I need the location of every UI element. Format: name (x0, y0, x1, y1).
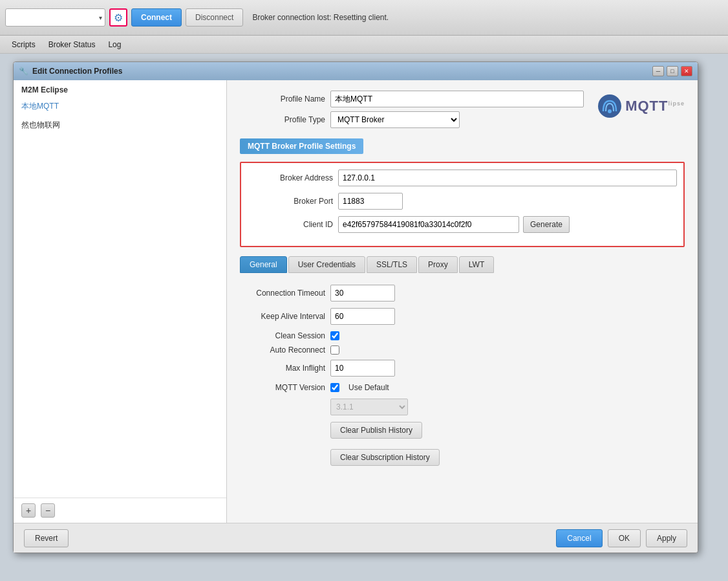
cancel-button[interactable]: Cancel (556, 529, 602, 547)
max-inflight-row: Max Inflight (240, 360, 685, 377)
broker-port-label: Broker Port (248, 197, 338, 206)
maximize-button[interactable]: □ (667, 66, 678, 76)
svg-point-0 (598, 94, 621, 118)
clear-publish-history-button[interactable]: Clear Publish History (330, 422, 422, 439)
add-profile-button[interactable]: + (21, 503, 36, 518)
dialog-icon: 🔧 (19, 67, 28, 76)
tab-ssl-tls[interactable]: SSL/TLS (367, 256, 417, 273)
client-id-row: Client ID Generate (248, 216, 677, 233)
connection-timeout-input[interactable] (330, 285, 395, 301)
tabs-row: General User Credentials SSL/TLS Proxy L… (240, 256, 685, 273)
clear-subscription-row: Clear Subscription History (240, 449, 685, 470)
modal-footer: Revert Cancel OK Apply (14, 523, 698, 553)
tab-lwt[interactable]: LWT (459, 256, 494, 273)
auto-reconnect-label: Auto Reconnect (240, 345, 330, 355)
toolbar: ▾ ⚙ Connect Disconnect Broker connection… (0, 0, 728, 36)
broker-address-row: Broker Address (248, 170, 677, 186)
clear-publish-row: Clear Publish History (240, 422, 685, 443)
connect-button[interactable]: Connect (131, 8, 182, 27)
client-id-label: Client ID (248, 220, 338, 229)
connection-input[interactable] (8, 13, 99, 22)
sidebar-item-ranye[interactable]: 然也物联网 (14, 116, 226, 135)
sidebar-group-label: M2M Eclipse (14, 80, 226, 97)
menu-item-broker-status[interactable]: Broker Status (42, 38, 102, 52)
modal-title-left: 🔧 Edit Connection Profiles (19, 67, 122, 76)
keep-alive-input[interactable] (330, 308, 395, 325)
sidebar: M2M Eclipse 本地MQTT 然也物联网 + − (14, 80, 227, 523)
max-inflight-label: Max Inflight (240, 364, 330, 373)
connection-timeout-row: Connection Timeout (240, 285, 685, 301)
main-area: 🔧 Edit Connection Profiles ─ □ ✕ M2M Ecl… (0, 54, 728, 581)
clean-session-checkbox[interactable] (330, 331, 339, 340)
use-default-checkbox[interactable] (330, 383, 339, 392)
tab-user-credentials[interactable]: User Credentials (288, 256, 365, 273)
modal-title: Edit Connection Profiles (32, 67, 122, 76)
broker-settings-box: Broker Address Broker Port Client ID Gen… (240, 162, 685, 247)
version-select-row: 3.1.1 (240, 399, 685, 415)
auto-reconnect-checkbox[interactable] (330, 345, 339, 355)
gear-button[interactable]: ⚙ (109, 8, 127, 27)
sidebar-add-remove: + − (14, 498, 226, 523)
generate-button[interactable]: Generate (523, 216, 570, 233)
ok-button[interactable]: OK (608, 529, 641, 547)
status-text: Broker connection lost: Resetting client… (252, 13, 389, 22)
mqtt-logo-text: MQTTlipse (625, 98, 685, 115)
content-panel: Profile Name Profile Type MQTT Broker (227, 80, 698, 523)
close-button[interactable]: ✕ (681, 66, 692, 76)
clean-session-row: Clean Session (240, 331, 685, 340)
broker-port-row: Broker Port (248, 193, 677, 210)
clean-session-label: Clean Session (240, 331, 330, 340)
tab-proxy[interactable]: Proxy (418, 256, 458, 273)
sidebar-item-local-mqtt[interactable]: 本地MQTT (14, 97, 226, 116)
profile-name-input[interactable] (330, 91, 584, 107)
mqtt-version-row: MQTT Version Use Default (240, 383, 685, 392)
max-inflight-input[interactable] (330, 360, 395, 377)
general-tab-content: Connection Timeout Keep Alive Interval C… (240, 282, 685, 479)
profile-type-label: Profile Type (240, 115, 330, 124)
profile-type-row: Profile Type MQTT Broker (240, 111, 584, 128)
svg-point-1 (608, 109, 612, 113)
modal-titlebar: 🔧 Edit Connection Profiles ─ □ ✕ (14, 62, 698, 80)
clear-subscription-history-button[interactable]: Clear Subscription History (330, 449, 440, 466)
broker-address-label: Broker Address (248, 173, 338, 182)
mqtt-logo: MQTTlipse (597, 93, 685, 119)
edit-connection-profiles-dialog: 🔧 Edit Connection Profiles ─ □ ✕ M2M Ecl… (13, 61, 698, 553)
broker-address-input[interactable] (338, 170, 677, 186)
profile-name-row: Profile Name (240, 91, 584, 107)
window-controls: ─ □ ✕ (652, 66, 692, 76)
connection-selector[interactable]: ▾ (5, 8, 105, 27)
use-default-label: Use Default (348, 383, 389, 392)
profile-type-select[interactable]: MQTT Broker (330, 111, 460, 128)
keep-alive-row: Keep Alive Interval (240, 308, 685, 325)
client-id-wrapper: Generate (338, 216, 570, 233)
connection-dropdown-arrow[interactable]: ▾ (99, 14, 102, 21)
menu-item-scripts[interactable]: Scripts (5, 38, 42, 52)
disconnect-button[interactable]: Disconnect (186, 8, 243, 27)
section-header: MQTT Broker Profile Settings (240, 138, 363, 154)
broker-port-input[interactable] (338, 193, 403, 210)
keep-alive-label: Keep Alive Interval (240, 312, 330, 321)
menu-item-log[interactable]: Log (102, 38, 127, 52)
modal-body: M2M Eclipse 本地MQTT 然也物联网 + − Profile Nam… (14, 80, 698, 523)
mqtt-logo-icon (597, 93, 623, 119)
mqtt-version-label: MQTT Version (240, 383, 330, 392)
tab-general[interactable]: General (240, 256, 287, 273)
profile-name-label: Profile Name (240, 94, 330, 104)
apply-button[interactable]: Apply (646, 529, 687, 547)
remove-profile-button[interactable]: − (41, 503, 55, 518)
sidebar-spacer (14, 135, 226, 498)
client-id-input[interactable] (338, 216, 519, 233)
revert-button[interactable]: Revert (24, 529, 69, 547)
auto-reconnect-row: Auto Reconnect (240, 345, 685, 355)
menubar: Scripts Broker Status Log (0, 36, 728, 54)
connection-timeout-label: Connection Timeout (240, 289, 330, 298)
mqtt-version-select[interactable]: 3.1.1 (330, 399, 408, 415)
minimize-button[interactable]: ─ (652, 66, 664, 76)
